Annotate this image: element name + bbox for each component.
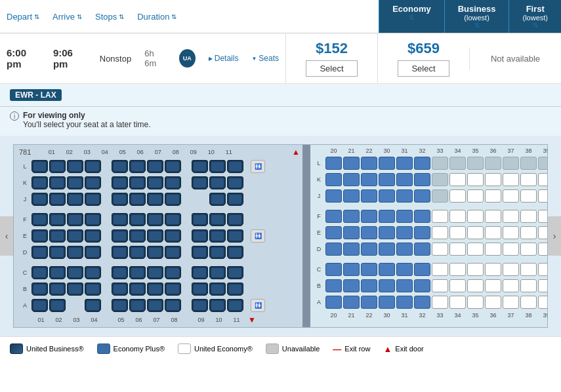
eco-seat-A22[interactable] <box>361 296 377 309</box>
eco-seat-J35[interactable] <box>467 189 484 203</box>
seat-E02[interactable] <box>49 229 66 243</box>
seat-D02[interactable] <box>49 246 66 259</box>
eco-seat-A37[interactable] <box>503 296 519 309</box>
seat-C03[interactable] <box>67 266 83 279</box>
seat-D06[interactable] <box>129 246 146 259</box>
eco-seat-L22[interactable] <box>361 157 377 170</box>
seat-J03[interactable] <box>67 193 83 206</box>
eco-seat-E32[interactable] <box>414 226 430 239</box>
eco-seat-D37[interactable] <box>503 243 519 256</box>
eco-seat-F30[interactable] <box>379 210 395 223</box>
eco-seat-D20[interactable] <box>325 243 342 256</box>
nav-left-button[interactable]: ‹ <box>0 216 13 256</box>
eco-seat-D39[interactable] <box>538 243 548 256</box>
eco-seat-L33[interactable] <box>432 157 448 170</box>
eco-seat-C34[interactable] <box>449 263 466 276</box>
seat-C07[interactable] <box>147 266 163 279</box>
seat-D01[interactable] <box>31 246 48 259</box>
seat-B08[interactable] <box>165 283 181 296</box>
seat-E05[interactable] <box>112 229 128 243</box>
seat-E11[interactable] <box>227 229 243 243</box>
eco-seat-E39[interactable] <box>538 226 548 239</box>
eco-seat-A34[interactable] <box>449 296 466 309</box>
seat-D11[interactable] <box>227 246 243 259</box>
seat-L02[interactable] <box>49 160 66 173</box>
eco-seat-J37[interactable] <box>503 189 519 203</box>
eco-seat-A33[interactable] <box>432 296 448 309</box>
eco-seat-F21[interactable] <box>343 210 360 223</box>
seat-J05[interactable] <box>112 193 128 206</box>
seat-C08[interactable] <box>165 266 181 279</box>
eco-seat-D33[interactable] <box>432 243 448 256</box>
seat-F09[interactable] <box>192 213 208 226</box>
eco-seat-F35[interactable] <box>467 210 484 223</box>
eco-seat-A36[interactable] <box>485 296 501 309</box>
eco-seat-A31[interactable] <box>396 296 413 309</box>
sort-depart[interactable]: Depart ⇅ <box>7 12 39 22</box>
seat-F01[interactable] <box>31 213 48 226</box>
seat-L01[interactable] <box>31 160 48 173</box>
seat-D09[interactable] <box>192 246 208 259</box>
details-button[interactable]: ▶ Details <box>209 54 239 63</box>
eco-seat-K22[interactable] <box>361 173 377 186</box>
eco-seat-B33[interactable] <box>432 279 448 292</box>
eco-seat-F38[interactable] <box>520 210 537 223</box>
seat-K06[interactable] <box>129 176 146 189</box>
eco-seat-J30[interactable] <box>379 189 395 203</box>
eco-seat-K31[interactable] <box>396 173 413 186</box>
seat-K03[interactable] <box>67 176 83 189</box>
seat-C09[interactable] <box>192 266 208 279</box>
sort-duration[interactable]: Duration ⇅ <box>137 12 177 22</box>
eco-seat-K35[interactable] <box>467 173 484 186</box>
eco-seat-D22[interactable] <box>361 243 377 256</box>
seat-J06[interactable] <box>129 193 146 206</box>
seat-E03[interactable] <box>67 229 83 243</box>
seat-E07[interactable] <box>147 229 163 243</box>
seat-F02[interactable] <box>49 213 66 226</box>
eco-seat-E30[interactable] <box>379 226 395 239</box>
seat-L05[interactable] <box>112 160 128 173</box>
eco-seat-C32[interactable] <box>414 263 430 276</box>
eco-seat-D32[interactable] <box>414 243 430 256</box>
seat-E10[interactable] <box>209 229 226 243</box>
eco-seat-F39[interactable] <box>538 210 548 223</box>
seat-F11[interactable] <box>227 213 243 226</box>
seat-A07[interactable] <box>147 299 163 312</box>
seat-K07[interactable] <box>147 176 163 189</box>
seat-D08[interactable] <box>165 246 181 259</box>
seat-L09[interactable] <box>192 160 208 173</box>
eco-seat-E34[interactable] <box>449 226 466 239</box>
eco-seat-L35[interactable] <box>467 157 484 170</box>
seat-K01[interactable] <box>31 176 48 189</box>
eco-seat-K34[interactable] <box>449 173 466 186</box>
seat-B07[interactable] <box>147 283 163 296</box>
seat-L10[interactable] <box>209 160 226 173</box>
seat-D07[interactable] <box>147 246 163 259</box>
eco-seat-C36[interactable] <box>485 263 501 276</box>
seat-D04[interactable] <box>85 246 101 259</box>
eco-seat-J21[interactable] <box>343 189 360 203</box>
seat-F10[interactable] <box>209 213 226 226</box>
seat-F04[interactable] <box>85 213 101 226</box>
seat-A04[interactable] <box>85 299 101 312</box>
seat-B03[interactable] <box>67 283 83 296</box>
seat-B10[interactable] <box>209 283 226 296</box>
seat-K11[interactable] <box>227 176 243 189</box>
eco-seat-B36[interactable] <box>485 279 501 292</box>
eco-seat-K37[interactable] <box>503 173 519 186</box>
seat-F03[interactable] <box>67 213 83 226</box>
eco-seat-D30[interactable] <box>379 243 395 256</box>
eco-seat-A35[interactable] <box>467 296 484 309</box>
sort-arrive[interactable]: Arrive ⇅ <box>52 12 82 22</box>
eco-seat-E21[interactable] <box>343 226 360 239</box>
eco-seat-E31[interactable] <box>396 226 413 239</box>
sort-stops[interactable]: Stops ⇅ <box>95 12 124 22</box>
eco-seat-L34[interactable] <box>449 157 466 170</box>
eco-seat-C39[interactable] <box>538 263 548 276</box>
eco-seat-K21[interactable] <box>343 173 360 186</box>
eco-seat-E38[interactable] <box>520 226 537 239</box>
eco-seat-B30[interactable] <box>379 279 395 292</box>
seat-B01[interactable] <box>31 283 48 296</box>
seat-C10[interactable] <box>209 266 226 279</box>
eco-seat-F31[interactable] <box>396 210 413 223</box>
